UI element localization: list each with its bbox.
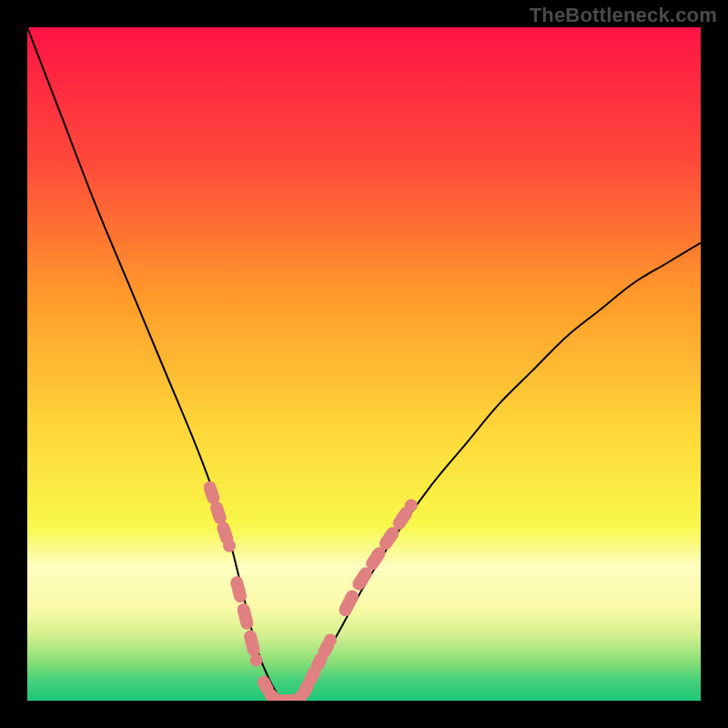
highlight-right-seg	[372, 553, 379, 563]
highlight-left-upper-seg	[223, 528, 227, 538]
gradient-background	[27, 27, 701, 701]
highlight-right-seg	[359, 573, 365, 583]
highlight-right-seg	[346, 596, 352, 610]
highlight-valley-seg	[318, 659, 321, 665]
highlight-left-lower-end	[250, 654, 263, 667]
highlight-valley-seg	[304, 685, 308, 692]
highlight-valley-seg	[324, 645, 328, 652]
highlight-left-upper-seg	[217, 508, 220, 518]
highlight-left-upper-end	[223, 540, 236, 552]
highlight-valley-seg	[311, 672, 315, 679]
watermark-label: TheBottleneck.com	[530, 4, 717, 27]
highlight-right-end	[405, 499, 418, 511]
highlight-valley-end	[324, 633, 337, 646]
highlight-left-lower-seg	[237, 582, 240, 596]
highlight-valley-seg	[264, 682, 268, 689]
highlight-left-lower-seg	[250, 637, 254, 651]
highlight-right-seg	[386, 533, 392, 543]
highlight-right-seg	[399, 513, 406, 523]
chart-frame: TheBottleneck.com	[0, 0, 728, 728]
chart-svg	[27, 27, 701, 701]
highlight-left-upper-seg	[210, 488, 214, 498]
plot-area	[27, 27, 701, 701]
highlight-left-lower-seg	[244, 610, 248, 623]
